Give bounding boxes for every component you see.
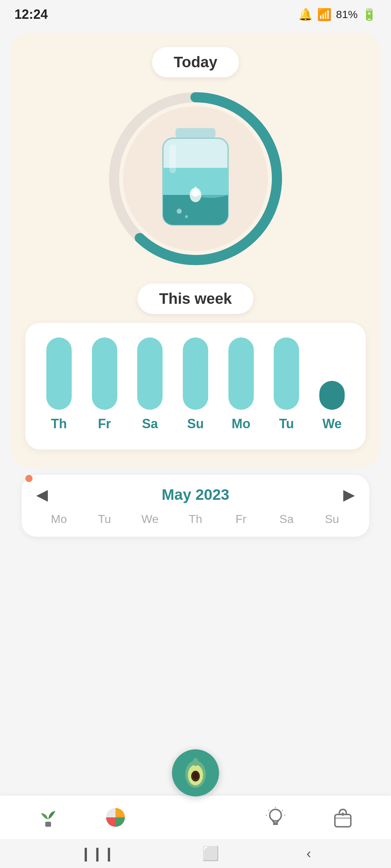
bar-fr xyxy=(92,337,117,410)
cal-day-su: Su xyxy=(310,512,354,526)
bubble-1 xyxy=(177,209,182,214)
jar-highlight xyxy=(169,144,176,173)
svg-point-4 xyxy=(193,772,198,779)
status-bar: 12:24 🔔 📶 81% 🔋 xyxy=(0,0,391,29)
bar-label-su: Su xyxy=(187,416,204,431)
fab-container xyxy=(172,760,219,796)
svg-rect-15 xyxy=(335,814,351,827)
bar-label-mo: Mo xyxy=(232,416,251,431)
svg-point-5 xyxy=(193,758,198,766)
notification-icons: 🔔 xyxy=(298,8,313,21)
calendar-next-arrow[interactable]: ▶ xyxy=(343,486,355,503)
bar-item-we[interactable]: We xyxy=(314,381,350,431)
svg-point-8 xyxy=(270,809,281,821)
plant-icon xyxy=(37,807,59,828)
back-button[interactable]: ‹ xyxy=(307,846,311,861)
svg-rect-6 xyxy=(45,822,51,827)
bar-chart-card: Th Fr Sa Su Mo xyxy=(25,323,366,450)
nav-item-plant[interactable] xyxy=(37,807,59,828)
svg-line-12 xyxy=(268,810,269,811)
fab-button[interactable] xyxy=(172,749,219,796)
battery-indicator: 81% xyxy=(336,8,358,21)
bar-label-tu: Tu xyxy=(279,416,294,431)
calendar-prev-arrow[interactable]: ◀ xyxy=(36,486,48,503)
jar-svg xyxy=(152,124,239,233)
calendar-title: May 2023 xyxy=(162,486,230,503)
nav-item-tips[interactable] xyxy=(265,807,286,828)
signal-icons: 📶 xyxy=(317,8,332,21)
today-pill-container: Today xyxy=(25,47,366,77)
bar-item-su[interactable]: Su xyxy=(177,337,214,431)
pie-chart-icon xyxy=(105,807,126,828)
bar-item-tu[interactable]: Tu xyxy=(268,337,304,431)
bar-label-th: Th xyxy=(51,416,67,431)
bar-su xyxy=(183,337,208,410)
cal-day-sa: Sa xyxy=(265,512,308,526)
today-pill[interactable]: Today xyxy=(152,47,239,77)
avocado-icon xyxy=(179,757,212,789)
bar-item-sa[interactable]: Sa xyxy=(132,337,168,431)
svg-rect-9 xyxy=(273,823,278,825)
status-icons: 🔔 📶 81% 🔋 xyxy=(298,8,377,21)
bar-item-mo[interactable]: Mo xyxy=(223,337,259,431)
jar-lid xyxy=(176,128,215,138)
bars-row: Th Fr Sa Su Mo xyxy=(36,337,355,431)
recent-apps-button[interactable]: ❙❙❙ xyxy=(80,846,115,861)
shop-bag-icon xyxy=(332,807,354,828)
bar-label-fr: Fr xyxy=(98,416,111,431)
bar-sa xyxy=(137,337,163,410)
bar-label-we: We xyxy=(322,416,341,431)
status-time: 12:24 xyxy=(14,7,48,22)
progress-ring-container xyxy=(25,88,366,269)
bottom-navigation xyxy=(0,796,391,839)
calendar-section: ◀ May 2023 ▶ Mo Tu We Th Fr Sa Su xyxy=(11,475,380,537)
cal-day-th: Th xyxy=(174,512,217,526)
lightbulb-icon xyxy=(265,807,286,828)
bar-item-th[interactable]: Th xyxy=(41,337,77,431)
this-week-pill[interactable]: This week xyxy=(138,284,254,314)
system-navigation: ❙❙❙ ⬜ ‹ xyxy=(0,839,391,868)
bar-we xyxy=(319,381,345,410)
nav-item-shop[interactable] xyxy=(332,807,354,828)
bar-tu xyxy=(274,337,299,410)
home-button[interactable]: ⬜ xyxy=(202,846,219,861)
calendar-card: ◀ May 2023 ▶ Mo Tu We Th Fr Sa Su xyxy=(22,475,369,537)
orange-dot xyxy=(25,475,33,482)
cal-day-we: We xyxy=(128,512,172,526)
cal-day-mo: Mo xyxy=(37,512,81,526)
svg-line-11 xyxy=(282,810,283,811)
bar-mo xyxy=(228,337,254,410)
cal-day-tu: Tu xyxy=(83,512,126,526)
water-jar xyxy=(152,124,239,233)
calendar-day-headers: Mo Tu We Th Fr Sa Su xyxy=(36,512,355,526)
calendar-header: ◀ May 2023 ▶ xyxy=(36,486,355,503)
main-card: Today xyxy=(11,33,380,468)
bubble-2 xyxy=(185,215,188,218)
battery-icon: 🔋 xyxy=(362,8,377,21)
nav-item-chart[interactable] xyxy=(105,807,126,828)
bar-item-fr[interactable]: Fr xyxy=(87,337,123,431)
bar-th xyxy=(46,337,72,410)
cal-day-fr: Fr xyxy=(219,512,263,526)
bar-label-sa: Sa xyxy=(142,416,158,431)
this-week-pill-container: This week xyxy=(25,284,366,314)
